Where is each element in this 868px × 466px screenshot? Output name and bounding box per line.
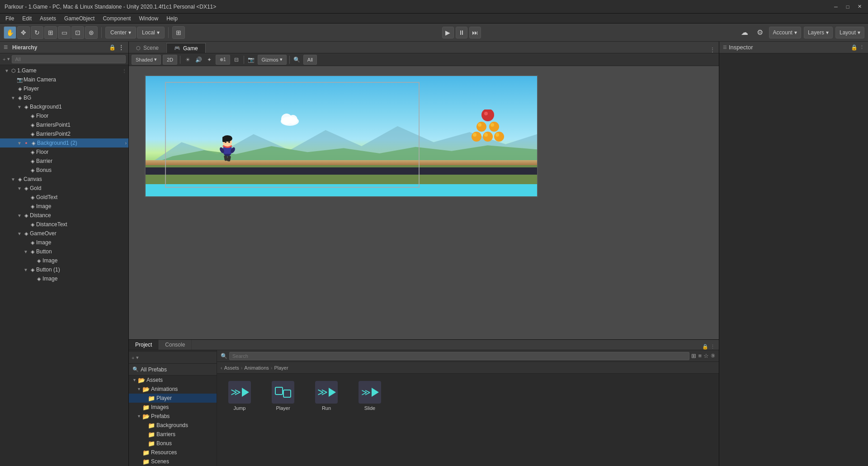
proj-item-player[interactable]: 📁 Player [129,394,217,403]
local-toggle-button[interactable]: Local ▾ [137,27,165,38]
cloud-icon[interactable]: ⚙ [754,26,766,39]
proj-item-assets[interactable]: ▼ 📂 Assets [129,376,217,385]
audio-icon[interactable]: 🔊 [194,55,203,64]
tree-item-distance[interactable]: ▼ ◈ Distance [0,211,128,220]
step-button[interactable]: ⏭ [469,27,481,38]
menu-gameobject[interactable]: GameObject [61,14,98,23]
breadcrumb-assets[interactable]: Assets [224,365,239,371]
layout-dropdown[interactable]: Layout ▾ [835,27,864,38]
dimension-toggle[interactable]: 2D [163,55,177,65]
tree-item-gameover[interactable]: ▼ ◈ GameOver [0,229,128,238]
gizmos-dropdown[interactable]: Gizmos ▾ [258,55,287,65]
snap-settings-button[interactable]: ⊞ [172,26,185,39]
tree-item-game[interactable]: ▼ ⬡ 1.Game ⋮ [0,66,128,75]
menu-window[interactable]: Window [135,14,162,23]
inspector-lock-icon[interactable]: 🔒 [851,44,858,51]
tree-item-bg1-2[interactable]: ▼ ● ◈ Background1 (2) › [0,138,128,147]
scene-grid-icon[interactable]: ⊟ [232,55,241,64]
proj-more-icon[interactable]: ⋮ [710,344,715,350]
pause-button[interactable]: ⏸ [456,27,467,38]
tree-item-image4[interactable]: ◈ Image [0,274,128,283]
asset-item-slide[interactable]: ≫ Slide [352,378,388,414]
project-tab[interactable]: Project [129,340,159,350]
menu-edit[interactable]: Edit [19,14,35,23]
inspector-menu-icon[interactable]: ☰ [723,45,727,50]
scene-tab[interactable]: ⬡ Scene [129,43,166,53]
tree-item-barrier[interactable]: ◈ Barrier [0,157,128,166]
tree-item-main-camera[interactable]: 📷 Main Camera [0,75,128,84]
breadcrumb-animations[interactable]: Animations [244,365,269,371]
lighting-icon[interactable]: ☀ [183,55,192,64]
game-tab[interactable]: 🎮 Game [166,43,206,53]
hier-add-icon[interactable]: + [3,57,5,62]
proj-add-btn[interactable]: + [132,355,134,361]
tree-item-floor2[interactable]: ◈ Floor [0,147,128,157]
menu-component[interactable]: Component [99,14,134,23]
shading-mode-dropdown[interactable]: Shaded ▾ [132,55,161,65]
account-dropdown[interactable]: Account ▾ [769,27,801,38]
play-button[interactable]: ▶ [442,27,454,38]
rect-tool-button[interactable]: ▭ [58,26,71,39]
layers-dropdown[interactable]: Layers ▾ [804,27,833,38]
tree-item-floor[interactable]: ◈ Floor [0,111,128,120]
close-button[interactable]: ✕ [855,3,863,11]
proj-item-backgrounds[interactable]: 📁 Backgrounds [129,421,217,430]
scale-tool-button[interactable]: ⊞ [44,26,57,39]
breadcrumb-player[interactable]: Player [274,365,288,371]
all-dropdown[interactable]: All [303,55,317,65]
tree-item-bg[interactable]: ▼ ◈ BG [0,93,128,102]
tree-item-barriers1[interactable]: ◈ BarriersPoint1 [0,120,128,129]
tree-options-game[interactable]: ⋮ [122,68,127,73]
center-toggle-button[interactable]: Center ▾ [105,27,136,38]
proj-star-icon[interactable]: ☆ [703,352,709,359]
asset-item-player[interactable]: Player [265,378,301,414]
tree-item-canvas[interactable]: ▼ ◈ Canvas [0,175,128,184]
services-icon[interactable]: ☁ [738,26,751,39]
proj-lock-icon[interactable]: 🔒 [702,344,708,350]
asset-item-run[interactable]: ≫ Run [308,378,344,414]
console-tab[interactable]: Console [159,340,192,350]
tree-item-image3[interactable]: ◈ Image [0,256,128,265]
menu-file[interactable]: File [2,14,18,23]
tree-item-button1[interactable]: ▼ ◈ Button [0,247,128,256]
hierarchy-search-input[interactable] [12,55,126,63]
scene-camera-icon[interactable]: 📷 [247,55,256,64]
tree-item-bonus[interactable]: ◈ Bonus [0,166,128,175]
tree-item-bg1[interactable]: ▼ ◈ Background1 [0,102,128,111]
tree-item-gold[interactable]: ▼ ◈ Gold [0,184,128,193]
proj-item-resources[interactable]: 📁 Resources [129,448,217,457]
inspector-more-icon[interactable]: ⋮ [859,44,864,50]
hier-menu-icon[interactable]: ☰ [4,45,8,50]
hier-down-icon[interactable]: ▾ [7,56,10,62]
scene-search-icon[interactable]: 🔍 [292,55,302,64]
proj-item-scenes[interactable]: 📁 Scenes [129,457,217,466]
proj-item-animations[interactable]: ▼ 📂 Animations [129,385,217,394]
proj-down-btn[interactable]: ▾ [136,355,139,361]
scene-layer-dropdown[interactable]: ⊕1 [216,55,230,65]
breadcrumb-back-icon[interactable]: ‹ [221,365,222,371]
rotate-tool-button[interactable]: ↻ [31,26,43,39]
hand-tool-button[interactable]: ✋ [4,26,16,39]
tree-item-barriers2[interactable]: ◈ BarriersPoint2 [0,129,128,138]
tree-item-image2[interactable]: ◈ Image [0,238,128,247]
fx-icon[interactable]: ✦ [205,55,214,64]
transform-tool-button[interactable]: ⊡ [71,26,84,39]
move-tool-button[interactable]: ✥ [17,26,30,39]
proj-filter-icon1[interactable]: ⊞ [691,352,696,359]
project-search-input[interactable] [229,352,689,360]
maximize-button[interactable]: □ [844,3,852,11]
hierarchy-more-icon[interactable]: ⋮ [118,44,125,51]
proj-filter-icon2[interactable]: ≡ [698,352,702,359]
asset-item-jump[interactable]: ≫ Jump [222,378,258,414]
tree-item-button2[interactable]: ▼ ◈ Button (1) [0,265,128,274]
tree-item-image1[interactable]: ◈ Image [0,202,128,211]
scene-more-icon[interactable]: ⋮ [710,47,715,53]
proj-item-prefabs[interactable]: ▼ 📂 Prefabs [129,412,217,421]
tree-item-disttext[interactable]: ◈ DistanceText [0,220,128,229]
proj-item-barriers[interactable]: 📁 Barriers [129,430,217,439]
hierarchy-lock-icon[interactable]: 🔒 [108,44,116,51]
tree-item-goldtext[interactable]: ◈ GoldText [0,193,128,202]
tree-item-player[interactable]: ◈ Player [0,84,128,93]
menu-help[interactable]: Help [163,14,181,23]
menu-assets[interactable]: Assets [36,14,60,23]
